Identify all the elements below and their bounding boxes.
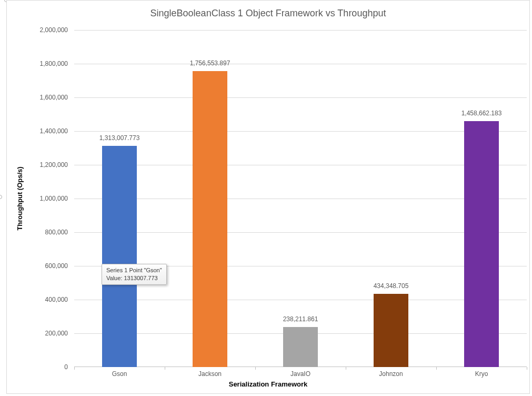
y-tick-label: 400,000: [26, 296, 68, 303]
grid-line: [74, 64, 527, 64]
bar-kryo[interactable]: [464, 121, 499, 367]
grid-line: [74, 232, 527, 233]
data-point-tooltip: Series 1 Point "Gson" Value: 1313007.773: [102, 264, 167, 285]
x-tick-label: JavaIO: [258, 370, 343, 378]
x-tick-label: Gson: [77, 370, 162, 378]
bar-johnzon[interactable]: [374, 294, 408, 367]
data-label: 238,211.861: [258, 315, 343, 323]
x-axis-title: Serialization Framework: [7, 380, 529, 388]
grid-line: [74, 199, 527, 199]
data-label: 434,348.705: [349, 282, 433, 290]
x-tick-mark: [436, 367, 437, 370]
selection-handle[interactable]: [0, 195, 2, 199]
grid-line: [74, 300, 527, 300]
y-tick-label: 1,400,000: [26, 127, 68, 135]
y-tick-label: 600,000: [26, 262, 68, 270]
y-tick-label: 1,600,000: [26, 94, 68, 101]
y-tick-label: 800,000: [26, 229, 68, 236]
x-tick-mark: [255, 367, 256, 370]
y-tick-label: 1,200,000: [26, 161, 68, 169]
x-tick-label: Jackson: [168, 370, 252, 378]
y-tick-label: 1,000,000: [26, 195, 68, 202]
y-tick-label: 200,000: [26, 330, 68, 337]
tooltip-line: Value: 1313007.773: [106, 274, 162, 282]
bar-jackson[interactable]: [193, 71, 227, 367]
bar-gson[interactable]: [102, 146, 137, 367]
x-tick-mark: [346, 367, 346, 370]
grid-line: [74, 97, 527, 98]
x-tick-mark: [74, 367, 75, 370]
y-tick-label: 2,000,000: [26, 26, 68, 34]
x-tick-mark: [165, 367, 165, 370]
tooltip-line: Series 1 Point "Gson": [106, 266, 162, 274]
bar-javaio[interactable]: [283, 327, 318, 367]
chart-frame[interactable]: SingleBooleanClass 1 Object Framework vs…: [6, 0, 530, 394]
data-label: 1,313,007.773: [77, 134, 162, 142]
grid-line: [74, 165, 527, 165]
x-tick-label: Johnzon: [349, 370, 433, 378]
chart-title: SingleBooleanClass 1 Object Framework vs…: [7, 8, 529, 19]
grid-line: [74, 131, 527, 132]
data-label: 1,756,553.897: [168, 60, 252, 67]
data-label: 1,458,662.183: [439, 110, 524, 117]
grid-line: [74, 30, 527, 31]
x-tick-label: Kryo: [439, 370, 524, 378]
y-tick-label: 1,800,000: [26, 60, 68, 67]
x-tick-mark: [527, 367, 527, 370]
y-axis-title: Throughput (Ops/s): [16, 166, 24, 230]
plot-area: 0200,000400,000600,000800,0001,000,0001,…: [74, 30, 527, 367]
y-tick-label: 0: [26, 363, 68, 371]
